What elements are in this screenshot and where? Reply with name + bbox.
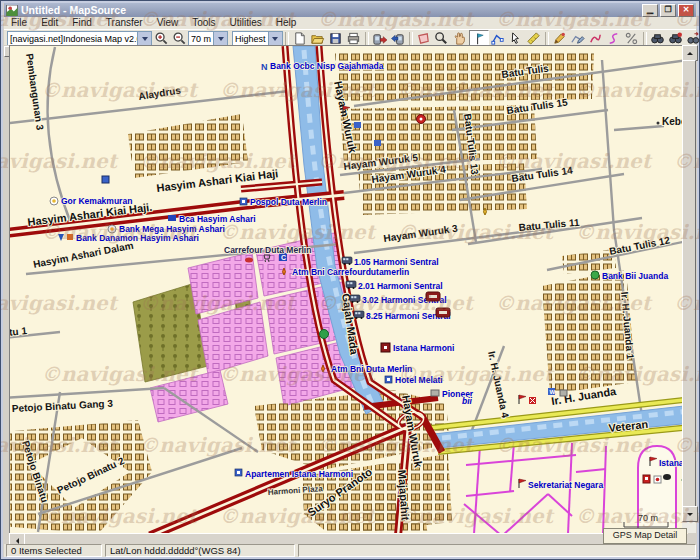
curve-filter-icon xyxy=(606,31,621,46)
zoom-scale-value: 70 m xyxy=(189,34,213,44)
poi-label: bii xyxy=(462,396,473,406)
menu-transfer[interactable]: Transfer xyxy=(99,17,150,29)
poi-label: Atm Bni Carrefourdutamerlin xyxy=(292,267,409,277)
map-select-tool-icon xyxy=(416,31,431,46)
map-product-dropdown-icon[interactable] xyxy=(137,32,151,46)
poi-label: Bank Ocbc Nisp Gajahmada xyxy=(270,61,384,71)
poi-gor: Gor Kemakmuran xyxy=(50,196,132,206)
bank-icon: N xyxy=(261,62,268,72)
track-draw-icon xyxy=(588,31,603,46)
menu-bar: File Edit Find Transfer View Tools Utili… xyxy=(4,17,696,29)
poi-label: Sekretariat Negara xyxy=(528,480,603,490)
menu-help[interactable]: Help xyxy=(269,17,304,29)
hand-pan-icon xyxy=(452,31,467,46)
divide-icon xyxy=(624,31,639,46)
map-viewport: Alaydrus Pembangunan 3 Hasyim Ashari Kia… xyxy=(9,45,688,534)
poi-apartemen: Apartemen Istana Harmoni xyxy=(235,469,353,479)
print-icon xyxy=(346,31,361,46)
receive-from-device-icon xyxy=(390,31,405,46)
poi-label: Apartemen Istana Harmoni xyxy=(245,469,353,479)
zoom-tool-icon xyxy=(434,31,449,46)
status-spacer xyxy=(298,544,696,557)
binoculars-recent-icon xyxy=(686,31,700,46)
vertical-scrollbar[interactable] xyxy=(682,45,696,533)
status-bar: 0 Items Selected Lat/Lon hddd.ddddd°(WGS… xyxy=(4,544,696,557)
pencil-waypoint-icon xyxy=(552,31,567,46)
menu-utilities[interactable]: Utilities xyxy=(223,17,269,29)
send-to-device-icon xyxy=(372,31,387,46)
poi-label: Gor Kemakmuran xyxy=(61,196,132,206)
map-product-value: [navigasi.net]Indonesia Map v2.03 NT (fr… xyxy=(8,34,137,44)
scale-value: 70 m xyxy=(638,513,658,523)
binoculars-nearest-icon xyxy=(668,31,683,46)
poi-label: Pospol Duta Merlin xyxy=(250,197,327,207)
poi-label: 1.05 Harmoni Sentral xyxy=(354,257,439,267)
poi-atm-bni-carrefour: Atm Bni Carrefourdutamerlin xyxy=(283,267,410,277)
detail-level-dropdown-icon[interactable] xyxy=(268,32,282,46)
poi-label: Atm Bni Duta Merlin xyxy=(331,364,412,374)
gps-map-detail-box: GPS Map Detail xyxy=(603,528,687,544)
gps-map-detail-label: GPS Map Detail xyxy=(613,530,678,540)
poi-label: Bank Bii Juanda xyxy=(602,271,668,281)
poi-label: Hotel Melati xyxy=(395,375,443,385)
mapsource-window: Untitled - MapSource ▁ ❐ ✕ File Edit Fin… xyxy=(0,0,700,560)
status-position-format: Lat/Lon hddd.ddddd°(WGS 84) xyxy=(105,544,295,557)
poi-bank-ocbc: N Bank Ocbc Nisp Gajahmada xyxy=(261,61,384,72)
ruler-measure-icon xyxy=(526,31,541,46)
scroll-down-button[interactable] xyxy=(682,506,698,522)
scroll-up-button[interactable] xyxy=(682,45,698,61)
zoom-scale-dropdown-icon[interactable] xyxy=(213,32,227,46)
menu-file[interactable]: File xyxy=(4,17,34,29)
maximize-button[interactable]: ❐ xyxy=(660,4,676,17)
poi-bank-danamon: Bank Danamon Hasyim Ashari xyxy=(58,233,199,243)
poi-setneg: Sekretariat Negara xyxy=(519,479,603,490)
status-selection: 0 Items Selected xyxy=(6,544,102,557)
open-folder-icon xyxy=(310,31,325,46)
new-document-icon xyxy=(292,31,307,46)
cursor-arrow-icon xyxy=(508,31,523,46)
svg-text:C: C xyxy=(281,254,286,261)
menu-find[interactable]: Find xyxy=(65,17,98,29)
menu-edit[interactable]: Edit xyxy=(34,17,65,29)
poi-busway-stops: 1.05 Harmoni Sentral 2.01 Harmoni Sentra… xyxy=(342,257,451,321)
route-tool-icon xyxy=(490,31,505,46)
poi-atm-bni-duta: Atm Bni Duta Merlin xyxy=(322,364,413,374)
poi-label: Carrefour Duta Merlin xyxy=(224,245,311,255)
app-icon xyxy=(6,5,18,16)
poi-bank-bii: Bank Bii Juanda xyxy=(591,271,668,281)
minimize-button[interactable]: ▁ xyxy=(642,4,658,17)
zoom-in-icon xyxy=(154,31,169,46)
waypoint-flag-icon xyxy=(471,31,486,46)
title-bar[interactable]: Untitled - MapSource ▁ ❐ ✕ xyxy=(4,3,696,17)
save-floppy-icon xyxy=(328,31,343,46)
detail-level-value: Highest xyxy=(233,34,268,44)
poi-label: 2.01 Harmoni Sentral xyxy=(358,281,443,291)
poi-label: Istana Harmoni xyxy=(393,343,454,353)
menu-tools[interactable]: Tools xyxy=(185,17,222,29)
map-canvas[interactable]: Alaydrus Pembangunan 3 Hasyim Ashari Kia… xyxy=(10,46,688,534)
vertical-scroll-thumb[interactable] xyxy=(682,60,696,508)
poi-label: Bca Hasyim Ashari xyxy=(179,214,256,224)
poi-pospol: Pospol Duta Merlin xyxy=(240,197,327,207)
poi-label: Bank Danamon Hasyim Ashari xyxy=(76,233,199,243)
pencil-route-icon xyxy=(570,31,585,46)
window-title: Untitled - MapSource xyxy=(21,4,126,16)
svg-text:W: W xyxy=(550,389,556,395)
menu-view[interactable]: View xyxy=(150,17,186,29)
close-button[interactable]: ✕ xyxy=(678,4,694,17)
poi-bca: Bca Hasyim Ashari xyxy=(168,214,256,224)
poi-bii: bii xyxy=(462,396,473,406)
binoculars-icon xyxy=(650,31,665,46)
zoom-out-icon xyxy=(172,31,187,46)
